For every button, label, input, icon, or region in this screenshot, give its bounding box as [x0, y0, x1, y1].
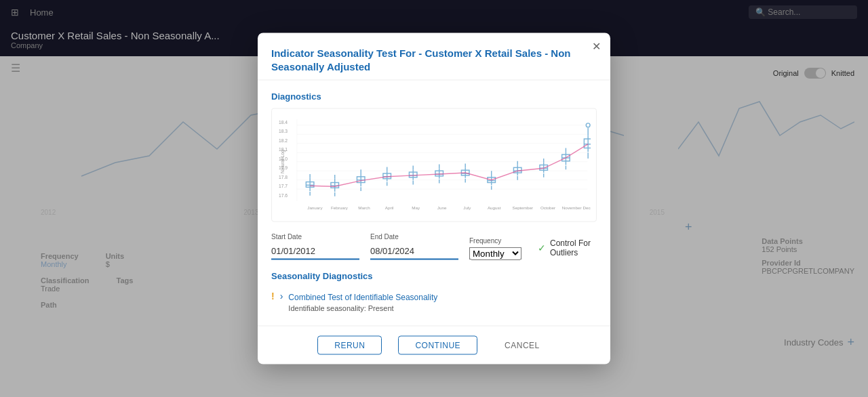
- rerun-button[interactable]: RERUN: [317, 336, 382, 355]
- diagnostics-label: Diagnostics: [271, 91, 597, 102]
- continue-button[interactable]: CONTINUE: [398, 336, 477, 355]
- modal-footer: RERUN CONTINUE CANCEL: [258, 326, 610, 364]
- svg-text:17.7: 17.7: [279, 184, 288, 188]
- svg-text:July: July: [463, 205, 471, 210]
- start-date-label: Start Date: [271, 233, 359, 241]
- modal-title: Indicator Seasonality Test For - Custome…: [258, 33, 610, 81]
- svg-text:May: May: [412, 205, 420, 210]
- frequency-select[interactable]: Monthly Quarterly Annual: [469, 247, 521, 260]
- seasonality-diagnostics-title: Seasonality Diagnostics: [271, 271, 597, 281]
- modal-body: Diagnostics 18.4 18.3 18.2 18.1 18.0 17.…: [258, 81, 610, 326]
- warning-icon: !: [271, 291, 275, 301]
- close-button[interactable]: ✕: [592, 40, 601, 53]
- svg-text:17.6: 17.6: [279, 193, 288, 198]
- seasonality-modal: ✕ Indicator Seasonality Test For - Custo…: [258, 33, 610, 364]
- start-date-field: Start Date: [271, 233, 359, 260]
- boxplot-chart: 18.4 18.3 18.2 18.1 18.0 17.9 17.8 17.7 …: [271, 108, 597, 222]
- seasonality-result: Identifiable seasonality: Present: [288, 304, 597, 312]
- seasonality-test-link[interactable]: Combined Test of Identifiable Seasonalit…: [288, 293, 437, 302]
- svg-text:February: February: [331, 205, 349, 210]
- svg-text:January: January: [307, 205, 323, 210]
- svg-text:Natural Log: Natural Log: [280, 150, 285, 173]
- end-date-input[interactable]: [370, 243, 458, 260]
- checkmark-icon: ✓: [538, 243, 546, 253]
- svg-text:August: August: [488, 205, 501, 210]
- svg-text:March: March: [358, 205, 370, 210]
- end-date-field: End Date: [370, 233, 458, 260]
- form-row: Start Date End Date Frequency Monthly Qu…: [271, 233, 597, 260]
- control-outliers-field: ✓ Control For Outliers: [538, 238, 597, 260]
- svg-text:18.4: 18.4: [279, 120, 288, 125]
- frequency-label: Frequency: [469, 237, 521, 245]
- start-date-input[interactable]: [271, 243, 359, 260]
- seasonality-info: Combined Test of Identifiable Seasonalit…: [288, 291, 597, 312]
- svg-text:November: November: [562, 205, 582, 210]
- svg-text:September: September: [513, 205, 534, 210]
- chevron-right-icon[interactable]: ›: [280, 291, 283, 301]
- svg-text:18.3: 18.3: [279, 129, 288, 133]
- svg-text:October: October: [540, 205, 555, 210]
- svg-text:June: June: [437, 205, 447, 210]
- end-date-label: End Date: [370, 233, 458, 241]
- svg-text:April: April: [385, 205, 394, 210]
- svg-text:18.2: 18.2: [279, 138, 288, 143]
- seasonality-row: ! › Combined Test of Identifiable Season…: [271, 288, 597, 315]
- control-outliers-label: Control For Outliers: [550, 238, 597, 257]
- cancel-button[interactable]: CANCEL: [494, 336, 551, 355]
- svg-text:December: December: [583, 205, 591, 210]
- svg-text:17.8: 17.8: [279, 175, 288, 180]
- frequency-field: Frequency Monthly Quarterly Annual: [469, 237, 521, 260]
